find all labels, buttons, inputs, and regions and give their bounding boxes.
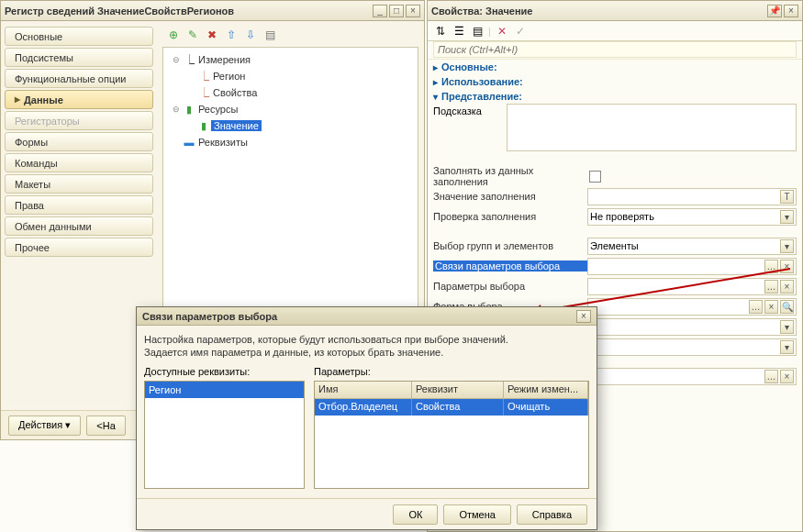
params-label: Параметры: — [314, 366, 589, 377]
cross-icon[interactable]: ✕ — [495, 24, 509, 39]
nav-registrators: Регистраторы — [5, 111, 153, 130]
move-up-icon[interactable]: ⇧ — [224, 28, 239, 42]
dimension-icon: ⎿ — [196, 71, 211, 82]
back-button[interactable]: <На — [86, 416, 126, 436]
row-link-params: Связи параметров выбора …× — [428, 256, 802, 276]
row-fill-from-data: Заполнять из данных заполнения — [428, 166, 802, 186]
nav-commands[interactable]: Команды — [5, 153, 153, 172]
fill-from-checkbox[interactable] — [589, 171, 601, 183]
tooltip-textarea[interactable] — [507, 104, 797, 151]
edit-icon[interactable]: ✎ — [185, 28, 200, 42]
dimensions-icon: ⎿ — [182, 54, 196, 65]
nav-forms[interactable]: Формы — [5, 132, 153, 151]
properties-titlebar: Свойства: Значение 📌 × — [428, 1, 802, 21]
fill-value-field[interactable]: T — [587, 188, 797, 205]
dropdown-icon[interactable]: ▾ — [780, 320, 794, 334]
available-label: Доступные реквизиты: — [144, 366, 305, 377]
alpha-icon[interactable]: ▤ — [470, 24, 485, 39]
maximize-button[interactable]: □ — [389, 5, 404, 17]
row-group-select: Выбор групп и элементов Элементы▾ — [428, 236, 802, 256]
nav-subsystems[interactable]: Подсистемы — [5, 48, 153, 67]
section-usage[interactable]: Использование: — [428, 74, 802, 89]
nav-main[interactable]: Основные — [5, 27, 153, 46]
extra-field-2[interactable]: ▾ — [587, 338, 797, 356]
cancel-button[interactable]: Отмена — [443, 504, 510, 525]
clear-button[interactable]: × — [780, 370, 794, 383]
clear-button[interactable]: × — [764, 300, 778, 314]
properties-title: Свойства: Значение — [431, 6, 767, 17]
nav-layouts[interactable]: Макеты — [5, 174, 153, 194]
search-icon[interactable]: 🔍 — [780, 300, 794, 314]
tree-resources[interactable]: ⊖▮Ресурсы — [165, 101, 416, 117]
grid-row[interactable]: Отбор.Владелец Свойства Очищать — [315, 399, 588, 416]
nav-other[interactable]: Прочее — [5, 238, 153, 257]
close-button[interactable]: × — [784, 5, 798, 17]
clear-button[interactable]: × — [780, 280, 794, 294]
delete-icon[interactable]: ✖ — [205, 28, 219, 42]
nav-data[interactable]: Данные — [5, 90, 153, 109]
tree-toolbar: ⊕ ✎ ✖ ⇧ ⇩ ▤ — [161, 25, 420, 45]
tree-attributes[interactable]: ▬Реквизиты — [165, 134, 416, 150]
group-select-field[interactable]: Элементы▾ — [587, 238, 797, 255]
ok-button[interactable]: ОК — [393, 504, 438, 525]
selection-params-field[interactable]: …× — [587, 278, 797, 295]
tooltip-label: Подсказка — [433, 104, 507, 151]
col-mode[interactable]: Режим измен... — [504, 382, 588, 398]
check-icon[interactable]: ✓ — [513, 24, 528, 39]
search-input[interactable] — [433, 41, 797, 58]
nav-data-exchange[interactable]: Обмен данными — [5, 216, 153, 236]
pin-button[interactable]: 📌 — [767, 5, 782, 17]
dialog-footer: ОК Отмена Справка — [137, 498, 597, 529]
sort-icon[interactable]: ⇅ — [433, 24, 448, 39]
col-name[interactable]: Имя — [315, 382, 412, 398]
attributes-icon: ▬ — [182, 137, 196, 148]
dialog-titlebar: Связи параметров выбора × — [137, 307, 597, 326]
dots-button[interactable]: … — [764, 370, 778, 383]
tooltip-group: Подсказка — [428, 104, 802, 157]
registry-titlebar: Регистр сведений ЗначениеСвойствРегионов… — [1, 1, 424, 21]
tree-region[interactable]: ⎿Регион — [180, 68, 416, 84]
selection-form-field[interactable]: …×🔍 — [587, 298, 797, 316]
dialog-close-button[interactable]: × — [576, 310, 591, 323]
row-selection-params: Параметры выбора …× — [428, 276, 802, 296]
resources-icon: ▮ — [182, 104, 196, 116]
dots-button[interactable]: … — [764, 260, 778, 273]
properties-toolbar: ⇅ ☰ ▤ | ✕ ✓ — [428, 21, 802, 41]
dialog-description: Настройка параметров, которые будут испо… — [144, 333, 589, 359]
registry-title: Регистр сведений ЗначениеСвойствРегионов — [5, 6, 373, 17]
categories-icon[interactable]: ☰ — [452, 24, 466, 39]
tree-dimensions[interactable]: ⊖⎿Измерения — [165, 51, 416, 68]
move-down-icon[interactable]: ⇩ — [243, 28, 258, 42]
link-params-field[interactable]: …× — [587, 258, 797, 275]
help-button[interactable]: Справка — [517, 504, 587, 525]
add-icon[interactable]: ⊕ — [166, 28, 181, 42]
fill-check-field[interactable]: Не проверять▾ — [587, 208, 797, 226]
tree-property[interactable]: ⎿Свойства — [180, 84, 416, 101]
nav-functional-options[interactable]: Функциональные опции — [5, 69, 153, 88]
section-presentation[interactable]: Представление: — [428, 89, 802, 104]
row-fill-check: Проверка заполнения Не проверять▾ — [428, 206, 802, 227]
nav-rights[interactable]: Права — [5, 195, 153, 215]
available-list[interactable]: Регион — [144, 381, 305, 489]
params-grid[interactable]: Имя Реквизит Режим измен... Отбор.Владел… — [314, 381, 589, 489]
dropdown-icon[interactable]: ▾ — [780, 239, 794, 253]
actions-button[interactable]: Действия ▾ — [8, 416, 81, 436]
grid-header: Имя Реквизит Режим измен... — [315, 382, 588, 399]
col-requisite[interactable]: Реквизит — [412, 382, 504, 398]
nav-column: Основные Подсистемы Функциональные опции… — [1, 21, 157, 410]
close-button[interactable]: × — [406, 5, 420, 17]
extra-field-3[interactable]: …× — [587, 368, 797, 385]
tree-value[interactable]: ▮Значение — [180, 117, 416, 134]
list-icon[interactable]: ▤ — [262, 28, 277, 42]
section-main[interactable]: Основные: — [428, 60, 802, 74]
extra-field-1[interactable]: ▾ — [587, 318, 797, 336]
available-item[interactable]: Регион — [145, 382, 304, 398]
minimize-button[interactable]: _ — [373, 5, 387, 17]
clear-button[interactable]: × — [780, 260, 794, 273]
dropdown-icon[interactable]: ▾ — [780, 340, 794, 354]
dots-button[interactable]: … — [764, 280, 778, 294]
type-button[interactable]: T — [780, 190, 794, 204]
dots-button[interactable]: … — [749, 300, 763, 314]
dropdown-icon[interactable]: ▾ — [780, 210, 794, 224]
dimension-icon: ⎿ — [196, 87, 211, 98]
